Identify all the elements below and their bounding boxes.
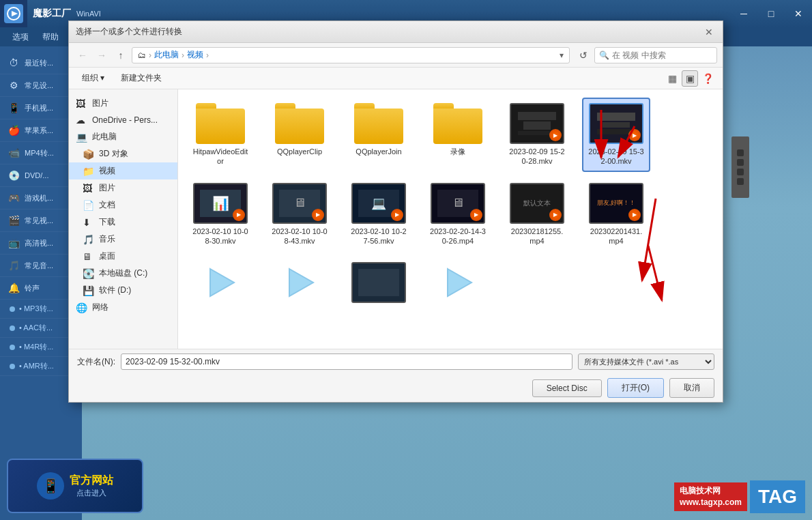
recent-icon: ⏱ — [7, 56, 20, 70]
onedrive-icon: ☁ — [76, 115, 88, 126]
forward-btn[interactable]: → — [93, 47, 110, 63]
video-thumb-vid9 — [351, 262, 406, 303]
documents-icon: 📄 — [83, 200, 95, 211]
location-thispc[interactable]: 💻 此电脑 — [69, 128, 177, 145]
location-pictures[interactable]: 🖼 图片 — [69, 95, 177, 112]
file-vid3[interactable]: 📊 ▶ 2023-02-10 10-08-30.mkv — [186, 177, 255, 252]
files-grid-row2: 📊 ▶ 2023-02-10 10-08-30.mkv 🖥 — [186, 177, 714, 252]
location-videos[interactable]: 📁 视频 — [69, 162, 177, 179]
dialog-close-btn[interactable]: ✕ — [702, 25, 716, 39]
sidebar-ring-label: 铃声 — [25, 283, 40, 293]
location-desktop[interactable]: 🖥 桌面 — [69, 248, 177, 265]
app-subtitle: WinAVI — [76, 10, 101, 18]
play-badge-vid3: ▶ — [233, 209, 245, 221]
file-vid5[interactable]: 💻 ▶ 2023-02-10 10-27-56.mkv — [345, 177, 413, 252]
breadcrumb-computer[interactable]: 此电脑 — [154, 49, 179, 61]
bullet-mp3 — [10, 306, 15, 312]
view-large-icon[interactable]: ▦ — [664, 70, 680, 87]
film-hole-3 — [737, 169, 744, 175]
file-name-vid8: 202302201431.mp4 — [588, 227, 645, 246]
file-open-dialog: 选择一个或多个文件进行转换 ✕ ← → ↑ 🗂 › 此电脑 › 视频 › ▾ ↺… — [68, 20, 723, 403]
location-onedrive[interactable]: ☁ OneDrive - Pers... — [69, 112, 177, 128]
sidebar-hd-label: 高清视... — [25, 238, 53, 248]
select-disc-button[interactable]: Select Disc — [532, 379, 602, 397]
breadcrumb-separator3: › — [206, 50, 209, 60]
breadcrumb-video[interactable]: 视频 — [187, 49, 203, 61]
location-music-label: 音乐 — [99, 233, 115, 245]
refresh-btn[interactable]: ↺ — [575, 47, 592, 63]
search-input[interactable] — [612, 50, 714, 60]
file-qqclip[interactable]: QQplayerClip — [265, 98, 334, 172]
location-desktop-label: 桌面 — [99, 250, 115, 262]
apple-icon: 🍎 — [7, 124, 20, 137]
sidebar-dvd-label: DVD/... — [25, 171, 48, 179]
dialog-bottom: 文件名(N): 所有支持媒体文件 (*.avi *.as Select Disc… — [69, 349, 723, 402]
breadcrumb-dropdown[interactable]: ▾ — [560, 50, 564, 60]
filename-input[interactable] — [121, 353, 572, 370]
view-details[interactable]: ▣ — [682, 70, 698, 87]
close-btn[interactable]: ✕ — [785, 0, 812, 27]
maximize-btn[interactable]: □ — [757, 0, 785, 27]
play-badge-vid5: ▶ — [391, 209, 403, 221]
dialog-actions-row: Select Disc 打开(O) 取消 — [69, 374, 723, 402]
location-images-label: 图片 — [99, 182, 115, 194]
location-cdrive[interactable]: 💽 本地磁盘 (C:) — [69, 265, 177, 282]
dialog-files-area: HitpawVideoEditor QQplayerClip — [178, 89, 723, 349]
location-documents[interactable]: 📄 文档 — [69, 197, 177, 214]
play-badge-vid8: ▶ — [628, 209, 641, 221]
file-vid6[interactable]: 🖥 ▶ 2023-02-20-14-30-26.mp4 — [424, 177, 492, 252]
menu-help[interactable]: 帮助 — [35, 29, 66, 46]
file-qqjoin[interactable]: QQplayerJoin — [345, 98, 413, 172]
file-vid9[interactable] — [345, 257, 413, 308]
file-vid7[interactable]: 默认文本 ▶ 202302181255.mp4 — [503, 177, 571, 252]
organize-btn[interactable]: 组织 ▾ — [76, 70, 111, 87]
location-images[interactable]: 🖼 图片 — [69, 179, 177, 197]
folder-icon-hitpaw — [196, 103, 245, 144]
minimize-btn[interactable]: ─ — [730, 0, 757, 27]
location-music[interactable]: 🎵 音乐 — [69, 231, 177, 248]
videos-icon: 📁 — [83, 166, 95, 177]
view-help[interactable]: ❓ — [699, 70, 716, 87]
open-button[interactable]: 打开(O) — [607, 378, 664, 398]
location-network[interactable]: 🌐 网络 — [69, 299, 177, 316]
location-3dobjects[interactable]: 📦 3D 对象 — [69, 145, 177, 162]
tag-site-info: 电脑技术网 www.tagxp.com — [674, 482, 747, 511]
file-name-hitpaw: HitpawVideoEditor — [192, 147, 249, 167]
up-btn[interactable]: ↑ — [113, 47, 129, 63]
video-thumb-vid4: 🖥 ▶ — [272, 183, 327, 224]
file-shortcut2[interactable] — [265, 257, 334, 308]
files-grid: HitpawVideoEditor QQplayerClip — [186, 98, 714, 172]
hd-icon: 📺 — [7, 236, 20, 250]
view-buttons: ▦ ▣ ❓ — [664, 70, 716, 87]
location-3dobjects-label: 3D 对象 — [99, 148, 128, 160]
sidebar-mp3-label: • MP3转... — [19, 304, 53, 314]
play-badge-vid4: ▶ — [312, 209, 324, 221]
banner-subtitle: 点击进入 — [70, 488, 113, 498]
location-ddrive[interactable]: 💾 软件 (D:) — [69, 282, 177, 299]
location-cdrive-label: 本地磁盘 (C:) — [99, 268, 147, 279]
banner-content: 📱 官方网站 点击进入 — [37, 472, 113, 500]
file-shortcut1[interactable] — [186, 257, 255, 308]
desktop-icon: 🖥 — [83, 251, 95, 262]
film-strip-right — [731, 136, 749, 198]
file-hitpaw[interactable]: HitpawVideoEditor — [186, 98, 255, 172]
filetype-select[interactable]: 所有支持媒体文件 (*.avi *.as — [578, 353, 714, 370]
bottom-banner[interactable]: 📱 官方网站 点击进入 — [7, 459, 143, 513]
play-badge-vid7: ▶ — [549, 209, 562, 221]
back-btn[interactable]: ← — [74, 47, 91, 63]
location-downloads[interactable]: ⬇ 下载 — [69, 214, 177, 231]
search-icon: 🔍 — [599, 50, 609, 60]
tag-watermark: 电脑技术网 www.tagxp.com TAG — [674, 480, 805, 513]
menu-options[interactable]: 选项 — [5, 29, 35, 46]
new-folder-btn[interactable]: 新建文件夹 — [115, 70, 168, 87]
file-vid8[interactable]: 朋友,好啊！！ ▶ 202302201431.mp4 — [582, 177, 650, 252]
sidebar-aac-label: • AAC转... — [19, 323, 53, 333]
file-recording[interactable]: 录像 — [424, 98, 492, 172]
cancel-button[interactable]: 取消 — [669, 378, 714, 398]
file-vid2-selected[interactable]: ▶ 2023-02-09 15-32-00.mkv — [582, 98, 650, 172]
bullet-amr — [10, 364, 15, 369]
file-vid1[interactable]: ▶ 2023-02-09 15-20-28.mkv — [503, 98, 571, 172]
file-shortcut3[interactable] — [424, 257, 492, 308]
file-vid4[interactable]: 🖥 ▶ 2023-02-10 10-08-43.mkv — [265, 177, 334, 252]
cdrive-icon: 💽 — [83, 268, 95, 279]
